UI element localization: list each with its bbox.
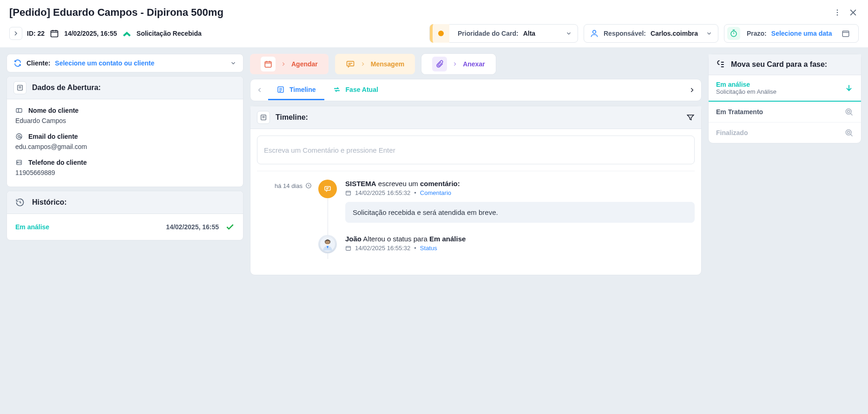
responsible-value: Carlos.coimbra [651, 30, 698, 37]
workflow-icon [716, 60, 725, 69]
history-date: 14/02/2025, 16:55 [166, 223, 219, 231]
svg-point-0 [837, 9, 838, 11]
entry1-body: Solicitação recebida e será atendida em … [345, 202, 695, 223]
svg-point-27 [848, 131, 850, 134]
page-title: [Pedido] Eduardo Campos - Dipirona 500mg [9, 6, 224, 19]
field-value-email: edu.campos@gmail.com [15, 143, 235, 150]
field-value-telefone: 11905669889 [15, 169, 235, 176]
client-selector[interactable]: Cliente: Selecione um contato ou cliente [7, 54, 243, 72]
calendar-icon [49, 28, 59, 39]
svg-rect-3 [51, 31, 58, 37]
entry1-tag: Comentario [420, 189, 451, 196]
svg-rect-23 [346, 246, 351, 251]
dados-abertura-header: Dados de Abertura: [7, 77, 243, 99]
entry2-tag: Status [420, 245, 437, 252]
target-icon [844, 128, 854, 137]
field-label-nome: Nome do cliente [15, 107, 235, 114]
status-icon [122, 28, 132, 39]
timeline-relative-time: há 14 dias [257, 180, 317, 264]
svg-rect-14 [347, 61, 354, 66]
svg-point-1 [837, 12, 838, 13]
expand-toggle[interactable] [9, 27, 22, 40]
refresh-icon [13, 59, 22, 67]
tabs: Timeline Fase Atual [250, 79, 702, 101]
stopwatch-icon [727, 27, 740, 40]
agendar-button[interactable]: Agendar [250, 54, 329, 74]
deadline-label: Prazo: [747, 30, 767, 37]
anexar-button[interactable]: Anexar [421, 54, 495, 74]
svg-point-25 [848, 110, 850, 113]
card-id: ID: 22 [27, 30, 45, 37]
more-options-icon[interactable] [832, 7, 843, 18]
comment-input[interactable] [257, 136, 695, 164]
timeline-icon [257, 111, 270, 124]
timeline-header: Timeline: [257, 111, 308, 124]
svg-rect-18 [325, 187, 330, 190]
chevron-right-icon [361, 62, 365, 66]
timeline-entry-status: João Alterou o status para Em análise 14… [345, 235, 695, 252]
deadline-selector[interactable]: Prazo: Selecione uma data [724, 24, 859, 43]
message-icon [346, 59, 355, 69]
phase-finalizado[interactable]: Finalizado [709, 123, 861, 143]
historico-header: Histórico: [7, 191, 243, 214]
clock-icon [305, 182, 312, 189]
calendar-small-icon [345, 190, 351, 196]
chevron-right-icon [281, 62, 286, 66]
field-label-telefone: Telefone do cliente [15, 159, 235, 166]
filter-icon[interactable] [686, 113, 695, 122]
client-label: Cliente: [26, 59, 50, 67]
calendar-action-icon [261, 57, 276, 71]
check-icon [225, 222, 235, 232]
entry2-timestamp: 14/02/2025 16:55:32 [355, 245, 410, 252]
phone-icon [15, 159, 24, 166]
target-icon [844, 107, 854, 116]
field-label-email: Email do cliente [15, 133, 235, 140]
priority-selector[interactable]: Prioridade do Card: Alta [429, 24, 578, 43]
at-icon [15, 133, 24, 140]
responsible-label: Responsável: [604, 30, 646, 37]
priority-label: Prioridade do Card: [458, 30, 519, 37]
priority-dot-icon [438, 31, 444, 36]
tab-timeline[interactable]: Timeline [268, 80, 324, 100]
arrow-down-icon [844, 84, 854, 93]
svg-point-24 [846, 109, 851, 114]
comment-badge-icon [318, 180, 337, 198]
list-icon [276, 85, 285, 94]
svg-rect-13 [265, 62, 271, 67]
svg-point-2 [837, 14, 838, 16]
tabs-next[interactable] [684, 87, 700, 93]
svg-rect-19 [346, 191, 351, 195]
svg-point-9 [16, 134, 22, 139]
calendar-small-icon [345, 245, 351, 251]
created-datetime: 14/02/2025, 16:55 [64, 30, 117, 37]
svg-rect-8 [16, 109, 22, 112]
swap-icon [333, 85, 341, 94]
person-icon [590, 29, 599, 38]
svg-point-12 [17, 162, 19, 163]
chevron-right-icon [453, 62, 457, 66]
history-item[interactable]: Em análise 14/02/2025, 16:55 [15, 222, 235, 232]
paperclip-icon [432, 57, 447, 71]
tabs-prev[interactable] [251, 87, 268, 93]
client-placeholder: Selecione um contato ou cliente [55, 59, 154, 67]
svg-point-26 [846, 129, 851, 135]
mensagem-button[interactable]: Mensagem [335, 54, 415, 74]
history-phase-name: Em análise [15, 223, 49, 231]
chevron-down-icon [566, 30, 572, 37]
status-label: Solicitação Recebida [137, 30, 202, 37]
svg-rect-6 [842, 31, 849, 37]
chevron-down-icon [706, 30, 712, 37]
svg-point-10 [18, 136, 20, 138]
phase-em-tratamento[interactable]: Em Tratamento [709, 102, 861, 123]
tab-fase-atual[interactable]: Fase Atual [324, 80, 387, 100]
responsible-selector[interactable]: Responsável: Carlos.coimbra [584, 24, 718, 43]
calendar-small-icon [842, 29, 850, 38]
phase-em-analise[interactable]: Em análise Solicitação em Análise [709, 75, 861, 102]
svg-point-4 [593, 30, 596, 33]
deadline-value: Selecione uma data [771, 30, 832, 37]
form-icon [13, 81, 26, 94]
avatar-icon [318, 235, 337, 253]
timeline-entry-comment: SISTEMA escreveu um comentário: 14/02/20… [345, 180, 695, 223]
entry1-timestamp: 14/02/2025 16:55:32 [355, 189, 410, 196]
close-icon[interactable] [848, 7, 859, 18]
